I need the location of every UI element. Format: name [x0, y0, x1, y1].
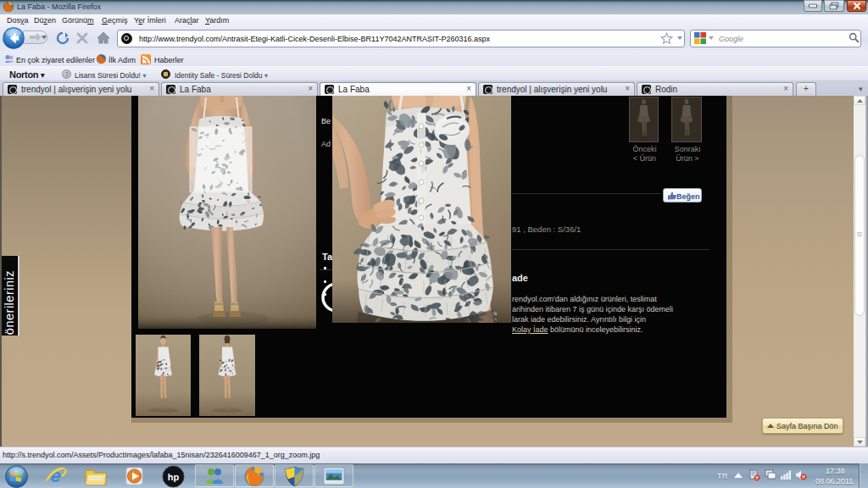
svg-text:hp: hp — [168, 472, 180, 482]
